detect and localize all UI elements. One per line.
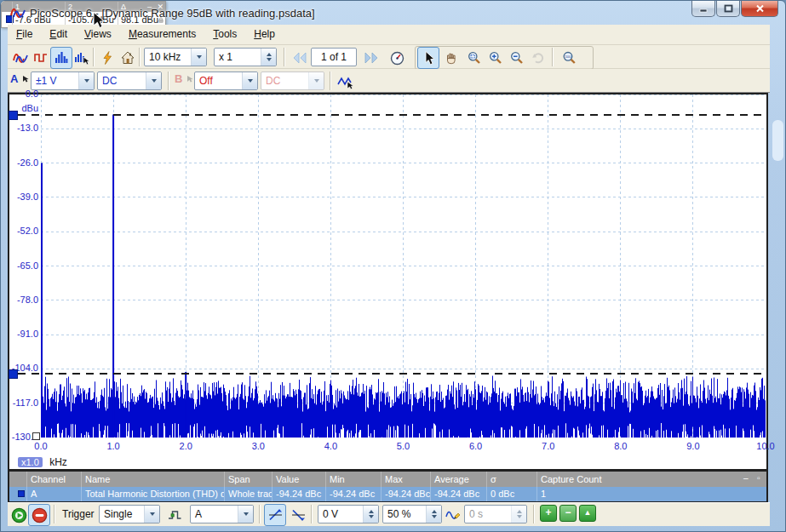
menu-edit[interactable]: Edit bbox=[41, 25, 76, 40]
pretrigger-spinner[interactable]: 50 % bbox=[382, 505, 442, 523]
menu-help[interactable]: Help bbox=[245, 25, 284, 40]
next-buffer-button[interactable] bbox=[360, 47, 382, 69]
advanced-trigger-button[interactable] bbox=[164, 504, 186, 526]
measurements-restore-button[interactable]: ▫ bbox=[757, 472, 760, 485]
spectrum-plot[interactable] bbox=[41, 94, 766, 438]
chevron-down-icon[interactable] bbox=[242, 72, 257, 89]
x-scale-badge: x1.0 bbox=[18, 457, 43, 467]
sample-rate-combo[interactable]: 10 kHz bbox=[144, 48, 207, 66]
measurements-header-cell: Value bbox=[272, 472, 325, 487]
trigger-marker-button[interactable] bbox=[442, 504, 464, 526]
holdoff-spinner[interactable]: 0 s bbox=[464, 505, 527, 523]
x-tick-label: 6.0 bbox=[457, 441, 495, 451]
zoom-out-button[interactable] bbox=[506, 47, 528, 69]
toolbar-separator bbox=[284, 48, 285, 66]
ruler-1-line[interactable] bbox=[18, 114, 766, 116]
home-settings-button[interactable] bbox=[117, 47, 139, 69]
buffer-overview-button[interactable] bbox=[386, 47, 408, 69]
measurement-row[interactable]: ATotal Harmonic Distortion (THD) dBWhole… bbox=[9, 487, 766, 501]
undo-zoom-button[interactable] bbox=[527, 47, 549, 69]
square-wave-icon bbox=[34, 51, 48, 65]
ruler-1-handle[interactable] bbox=[9, 111, 18, 120]
auto-setup-button[interactable] bbox=[96, 47, 118, 69]
toolbar-separator bbox=[330, 72, 331, 90]
ruler-2-line[interactable] bbox=[18, 373, 766, 375]
waveform-pencil-icon bbox=[445, 508, 462, 522]
zoom-multiplier-spinner[interactable]: x 1 bbox=[214, 48, 277, 66]
falling-edge-button[interactable] bbox=[287, 504, 309, 526]
add-view-button[interactable] bbox=[71, 47, 93, 69]
buffer-position-box[interactable]: 1 of 1 bbox=[311, 48, 357, 66]
x-tick-label: 5.0 bbox=[385, 441, 422, 451]
scope-view-button[interactable] bbox=[9, 47, 32, 69]
svg-text:100: 100 bbox=[565, 54, 572, 59]
zoom-multiplier-value: x 1 bbox=[215, 51, 261, 63]
channel-a-menu[interactable]: A bbox=[10, 72, 30, 85]
channel-b-range-value: Off bbox=[195, 75, 242, 87]
measurements-minimize-button[interactable]: – bbox=[743, 472, 749, 485]
hand-pan-button[interactable] bbox=[440, 47, 462, 69]
zoom-box-button[interactable] bbox=[463, 47, 485, 69]
ruler-2-handle[interactable] bbox=[9, 369, 18, 379]
normal-selection-button[interactable] bbox=[417, 47, 439, 69]
trigger-mode-combo[interactable]: Single bbox=[99, 505, 160, 523]
chevron-down-icon[interactable] bbox=[146, 72, 161, 89]
collapse-panel-button[interactable]: ▲ bbox=[579, 505, 596, 522]
edge-trigger-icon bbox=[168, 508, 182, 522]
channel-a-coupling-combo[interactable]: DC bbox=[97, 72, 162, 90]
menu-file[interactable]: File bbox=[8, 25, 41, 40]
home-icon bbox=[121, 51, 135, 65]
rising-edge-button[interactable] bbox=[264, 504, 286, 526]
measurements-header-cell: Name bbox=[81, 472, 224, 487]
chevron-down-icon[interactable] bbox=[191, 49, 206, 66]
channel-a-label: A bbox=[10, 72, 18, 85]
x-ruler-handle[interactable] bbox=[32, 432, 40, 440]
menu-measurements[interactable]: Measurements bbox=[120, 25, 204, 40]
restore-button[interactable] bbox=[716, 1, 740, 17]
spinner-arrows[interactable] bbox=[363, 506, 378, 523]
stop-capture-button[interactable] bbox=[28, 504, 50, 526]
channel-a-range-combo[interactable]: ±1 V bbox=[31, 72, 95, 90]
zoom-in-button[interactable] bbox=[485, 47, 507, 69]
toolbar-separator bbox=[552, 48, 554, 66]
remove-measurement-button[interactable]: − bbox=[559, 505, 577, 522]
toolbar-separator bbox=[533, 505, 535, 523]
zoom-out-icon bbox=[510, 51, 524, 65]
menu-tools[interactable]: Tools bbox=[204, 25, 245, 40]
title-bar[interactable]: PicoScope 6 - [Dynamic Range 95dB with r… bbox=[1, 1, 786, 25]
chevron-down-icon[interactable] bbox=[238, 506, 253, 523]
spinner-arrows[interactable] bbox=[261, 49, 276, 66]
minimize-button[interactable] bbox=[691, 1, 715, 17]
hand-icon bbox=[445, 51, 458, 65]
persistence-view-button[interactable] bbox=[30, 47, 52, 69]
zoom-100-button[interactable]: 100 bbox=[559, 47, 581, 69]
pointer-arrow-icon bbox=[22, 75, 30, 83]
trigger-source-combo[interactable]: A bbox=[190, 505, 254, 523]
spinner-arrows bbox=[511, 506, 526, 523]
channel-b-menu[interactable]: B bbox=[175, 72, 194, 85]
start-capture-button[interactable] bbox=[8, 504, 30, 526]
zoom-in-icon bbox=[489, 51, 502, 65]
chevron-down-icon[interactable] bbox=[78, 72, 94, 89]
spinner-arrows[interactable] bbox=[426, 506, 441, 523]
trigger-threshold-spinner[interactable]: 0 V bbox=[318, 505, 379, 523]
zoom-100-icon: 100 bbox=[562, 51, 577, 65]
close-button[interactable] bbox=[741, 1, 778, 17]
chevron-down-icon bbox=[308, 72, 324, 89]
falling-edge-icon bbox=[291, 508, 306, 522]
picoscope-window: PicoScope 6 - [Dynamic Range 95dB with r… bbox=[0, 0, 786, 532]
channel-b-coupling-combo[interactable]: DC bbox=[261, 72, 324, 90]
up-arrow-icon: ▲ bbox=[584, 508, 592, 517]
double-chevron-left-icon bbox=[291, 51, 308, 65]
chevron-down-icon[interactable] bbox=[144, 506, 159, 523]
channel-b-range-combo[interactable]: Off bbox=[194, 72, 258, 90]
marquee-zoom-icon bbox=[468, 51, 481, 65]
spectrum-view-button[interactable] bbox=[50, 47, 72, 69]
toolbar-separator bbox=[139, 48, 141, 66]
x-tick-label: 8.0 bbox=[602, 441, 640, 451]
restore-icon bbox=[724, 4, 733, 13]
add-measurement-button[interactable]: + bbox=[540, 505, 557, 522]
prev-buffer-button[interactable] bbox=[289, 47, 311, 69]
y-tick-label: -91.0 bbox=[3, 329, 38, 339]
signal-generator-button[interactable] bbox=[335, 71, 357, 93]
